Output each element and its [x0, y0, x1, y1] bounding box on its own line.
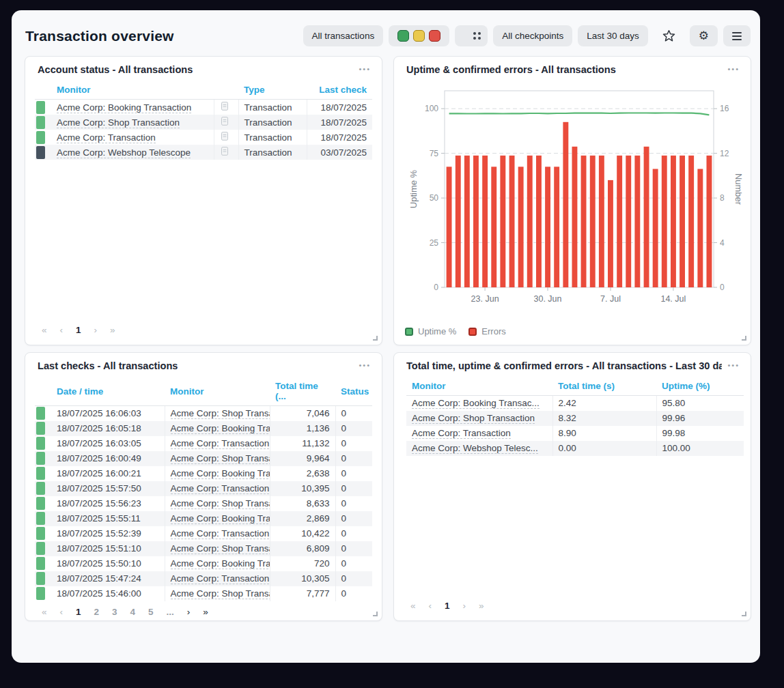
- column-header-monitor[interactable]: Monitor: [165, 379, 270, 406]
- monitor-link[interactable]: Acme Corp: Shop Transa...: [171, 453, 270, 464]
- monitor-link[interactable]: Acme Corp: Booking Transaction: [57, 102, 191, 113]
- monitor-link[interactable]: Acme Corp: Booking Tra...: [171, 558, 270, 569]
- table-row: Acme Corp: TransactionTransaction18/07/2…: [35, 130, 372, 145]
- pagination-page-3[interactable]: 3: [112, 607, 117, 617]
- column-header-last-check[interactable]: Last check: [307, 83, 372, 100]
- menu-button[interactable]: [723, 25, 751, 46]
- total-time-value: 2.42: [552, 396, 656, 411]
- pagination-next-button[interactable]: ›: [463, 601, 466, 611]
- column-header-uptime[interactable]: Uptime (%): [656, 379, 744, 396]
- pagination-first-button[interactable]: «: [42, 325, 47, 335]
- monitor-link[interactable]: Acme Corp: Booking Tra...: [171, 468, 270, 479]
- page-title: Transaction overview: [25, 28, 174, 44]
- pagination-prev-button[interactable]: ‹: [429, 601, 432, 611]
- svg-text:4: 4: [720, 238, 725, 248]
- all-transactions-button[interactable]: All transactions: [303, 25, 384, 46]
- column-header-monitor[interactable]: Monitor: [51, 83, 214, 100]
- panel-totals: Total time, uptime & confirmed errors - …: [393, 352, 751, 621]
- status-color-warning-icon: [413, 30, 425, 42]
- all-checkpoints-button[interactable]: All checkpoints: [493, 25, 572, 46]
- resize-handle[interactable]: [373, 336, 378, 341]
- status-value: 0: [335, 511, 372, 526]
- status-indicator: [36, 572, 45, 585]
- monitor-link[interactable]: Acme Corp: Transaction: [412, 428, 511, 439]
- table-row: 18/07/2025 15:57:50Acme Corp: Transactio…: [35, 481, 372, 496]
- table-row: 18/07/2025 15:52:39Acme Corp: Transactio…: [35, 526, 372, 541]
- pagination-next-button[interactable]: ›: [94, 325, 98, 335]
- pagination-prev-button[interactable]: ‹: [60, 607, 64, 617]
- pagination-page-1[interactable]: 1: [445, 601, 450, 611]
- legend-item-uptime-[interactable]: Uptime %: [405, 326, 456, 336]
- favorite-button[interactable]: [654, 25, 684, 46]
- document-icon[interactable]: [220, 146, 229, 158]
- total-time-value: 720: [270, 556, 335, 571]
- settings-button[interactable]: ⚙: [690, 25, 718, 46]
- pagination-page-2[interactable]: 2: [94, 607, 100, 617]
- monitor-link[interactable]: Acme Corp: Webshop Telescope: [57, 147, 191, 158]
- panel-menu-button[interactable]: •••: [722, 360, 741, 373]
- pagination-next-button[interactable]: ›: [187, 607, 191, 617]
- pagination-first-button[interactable]: «: [410, 601, 416, 611]
- column-header-datetime[interactable]: Date / time: [51, 379, 165, 406]
- resize-handle[interactable]: [373, 612, 378, 616]
- monitor-link[interactable]: Acme Corp: Booking Tra...: [171, 423, 270, 434]
- monitor-link[interactable]: Acme Corp: Shop Transa...: [171, 408, 270, 419]
- column-header-type[interactable]: Type: [238, 83, 307, 100]
- pagination-prev-button[interactable]: ‹: [60, 325, 64, 335]
- status-filter-button[interactable]: [389, 25, 449, 46]
- monitor-link[interactable]: Acme Corp: Shop Transaction: [57, 117, 180, 128]
- monitor-link[interactable]: Acme Corp: Shop Transa...: [171, 588, 270, 599]
- svg-text:50: 50: [430, 193, 439, 203]
- pagination-page-4[interactable]: 4: [130, 607, 136, 617]
- monitor-link[interactable]: Acme Corp: Transaction: [171, 573, 270, 584]
- monitor-link[interactable]: Acme Corp: Webshop Telesc...: [412, 443, 538, 454]
- monitor-link[interactable]: Acme Corp: Shop Transa...: [171, 543, 270, 554]
- column-header-total-time[interactable]: Total time (s): [552, 379, 656, 396]
- legend-swatch: [405, 328, 413, 336]
- panel-menu-button[interactable]: •••: [353, 360, 372, 373]
- document-icon[interactable]: [220, 131, 229, 143]
- monitor-link[interactable]: Acme Corp: Transaction: [171, 528, 270, 539]
- check-datetime: 18/07/2025 15:47:24: [51, 571, 165, 586]
- total-time-value: 2,869: [270, 511, 335, 526]
- monitor-link[interactable]: Acme Corp: Shop Transa...: [171, 498, 270, 509]
- panel-menu-button[interactable]: •••: [722, 64, 741, 76]
- resize-handle[interactable]: [742, 612, 746, 616]
- pagination-page-1[interactable]: 1: [76, 325, 81, 335]
- monitor-link[interactable]: Acme Corp: Transaction: [171, 438, 270, 449]
- table-row: Acme Corp: Webshop TelescopeTransaction0…: [35, 145, 372, 160]
- pagination: «‹12345...›»: [35, 601, 372, 620]
- svg-text:Number: Number: [733, 173, 744, 205]
- table-row: Acme Corp: Webshop Telesc...0.00100.00: [406, 441, 744, 456]
- uptime-errors-chart: 0255075100048121623. Jun30. Jun7. Jul14.…: [405, 84, 741, 317]
- svg-text:8: 8: [720, 193, 725, 203]
- pagination-last-button[interactable]: »: [203, 607, 208, 617]
- legend-item-errors[interactable]: Errors: [468, 326, 505, 336]
- monitor-link[interactable]: Acme Corp: Booking Tra...: [171, 513, 270, 524]
- column-header-monitor[interactable]: Monitor: [406, 379, 552, 396]
- document-icon[interactable]: [220, 116, 229, 128]
- status-value: 0: [335, 421, 372, 436]
- monitor-link[interactable]: Acme Corp: Shop Transaction: [412, 413, 535, 424]
- panel-menu-button[interactable]: •••: [353, 64, 372, 76]
- monitor-link[interactable]: Acme Corp: Booking Transac...: [412, 398, 540, 409]
- column-header-total-time[interactable]: Total time (...: [270, 379, 335, 406]
- hamburger-icon: [732, 32, 742, 40]
- monitor-link[interactable]: Acme Corp: Transaction: [57, 132, 156, 143]
- monitor-link[interactable]: Acme Corp: Transaction: [171, 483, 270, 494]
- pagination-page-1[interactable]: 1: [76, 607, 81, 617]
- document-icon[interactable]: [220, 101, 229, 113]
- pagination: «‹1›»: [35, 319, 372, 338]
- pagination-last-button[interactable]: »: [479, 601, 484, 611]
- resize-handle[interactable]: [742, 336, 746, 341]
- pagination-last-button[interactable]: »: [110, 325, 115, 335]
- layout-grid-button[interactable]: [455, 25, 488, 46]
- last-30-days-button[interactable]: Last 30 days: [578, 25, 648, 46]
- column-header-status[interactable]: Status: [335, 379, 372, 406]
- pagination-page-...[interactable]: ...: [167, 607, 174, 617]
- pagination-page-5[interactable]: 5: [148, 607, 154, 617]
- table-row: 18/07/2025 16:06:03Acme Corp: Shop Trans…: [35, 406, 372, 421]
- total-time-value: 8,633: [270, 496, 335, 511]
- pagination-first-button[interactable]: «: [42, 607, 47, 617]
- panel-title: Uptime & confirmed errors - All transact…: [406, 64, 616, 75]
